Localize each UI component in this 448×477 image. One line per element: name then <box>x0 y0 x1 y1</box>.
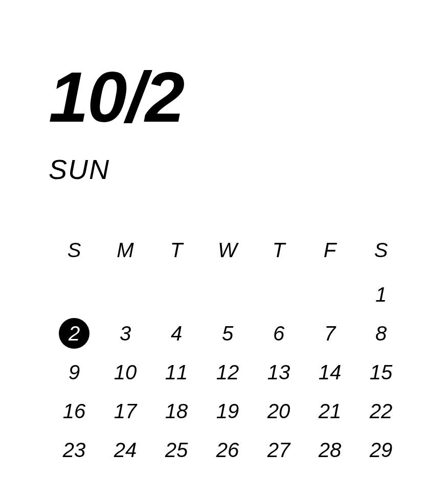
calendar-day[interactable]: 25 <box>151 435 202 465</box>
calendar-day <box>151 473 202 477</box>
calendar-day[interactable]: 1 <box>355 279 407 310</box>
calendar-day[interactable]: 21 <box>304 396 355 426</box>
calendar-day[interactable]: 10 <box>100 357 151 388</box>
calendar-day[interactable]: 4 <box>151 318 202 349</box>
calendar-day[interactable]: 3 <box>100 318 151 349</box>
calendar-day[interactable]: 22 <box>355 396 407 426</box>
weekday-header: S <box>49 239 100 271</box>
calendar-day[interactable]: 24 <box>100 435 151 465</box>
calendar-day[interactable]: 11 <box>151 357 202 388</box>
calendar-day[interactable]: 18 <box>151 396 202 426</box>
calendar-day[interactable]: 28 <box>304 435 355 465</box>
calendar-day[interactable]: 23 <box>49 435 100 465</box>
calendar-day <box>202 279 253 310</box>
calendar-day[interactable]: 7 <box>304 318 355 349</box>
calendar-day[interactable]: 15 <box>355 357 407 388</box>
calendar-day-selected[interactable]: 2 <box>49 318 100 349</box>
calendar-grid: SMTWTFS123456789101112131415161718192021… <box>49 239 407 477</box>
calendar-day[interactable]: 12 <box>202 357 253 388</box>
calendar-day <box>355 473 407 477</box>
calendar-day[interactable]: 14 <box>304 357 355 388</box>
calendar-day[interactable]: 31 <box>100 473 151 477</box>
calendar-day[interactable]: 6 <box>253 318 304 349</box>
calendar-day[interactable]: 26 <box>202 435 253 465</box>
calendar-day <box>304 473 355 477</box>
weekday-header: W <box>202 239 253 271</box>
calendar-day <box>100 279 151 310</box>
calendar-day[interactable]: 9 <box>49 357 100 388</box>
calendar-day[interactable]: 29 <box>355 435 407 465</box>
weekday-header: F <box>304 239 355 271</box>
calendar-day[interactable]: 16 <box>49 396 100 426</box>
calendar-day[interactable]: 20 <box>253 396 304 426</box>
weekday-header: T <box>151 239 202 271</box>
calendar-day[interactable]: 19 <box>202 396 253 426</box>
weekday-header: S <box>355 239 407 271</box>
calendar-day[interactable]: 27 <box>253 435 304 465</box>
weekday-header: T <box>253 239 304 271</box>
date-title: 10/2 <box>49 61 405 133</box>
calendar-day <box>304 279 355 310</box>
calendar-day[interactable]: 13 <box>253 357 304 388</box>
calendar-day <box>253 473 304 477</box>
calendar-day[interactable]: 17 <box>100 396 151 426</box>
day-of-week-label: SUN <box>49 153 405 185</box>
calendar-day[interactable]: 30 <box>49 473 100 477</box>
weekday-header: M <box>100 239 151 271</box>
calendar-day[interactable]: 8 <box>355 318 407 349</box>
calendar-day <box>151 279 202 310</box>
calendar-day <box>202 473 253 477</box>
calendar-day <box>49 279 100 310</box>
calendar-day[interactable]: 5 <box>202 318 253 349</box>
calendar-day <box>253 279 304 310</box>
